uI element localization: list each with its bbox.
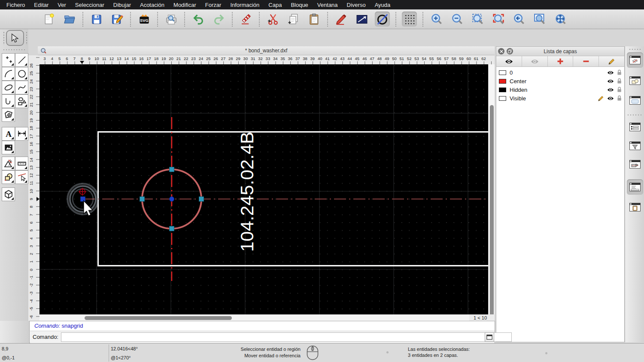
- menu-item-7[interactable]: Forzar: [205, 2, 222, 8]
- menu-item-8[interactable]: Información: [230, 2, 259, 8]
- close-panel-button[interactable]: [498, 48, 504, 54]
- vertical-scrollbar[interactable]: [488, 64, 495, 314]
- layer-visibility-toggle[interactable]: [607, 96, 614, 101]
- toggle-construction-button[interactable]: [375, 12, 390, 27]
- line-tool-button[interactable]: [15, 53, 28, 67]
- drag-handle[interactable]: [3, 31, 5, 45]
- hatch-tool-button[interactable]: [2, 108, 15, 122]
- menu-item-2[interactable]: Ver: [58, 2, 66, 8]
- zoom-previous-button[interactable]: [511, 12, 526, 27]
- layer-row-hidden[interactable]: Hidden: [496, 85, 624, 94]
- spline-tool-button[interactable]: [15, 81, 28, 94]
- menu-item-10[interactable]: Bloque: [291, 2, 308, 8]
- show-all-layers-button[interactable]: [496, 56, 522, 66]
- select-tool-button[interactable]: [6, 30, 24, 46]
- undo-button[interactable]: [191, 12, 206, 27]
- points-tool-button[interactable]: [2, 53, 15, 67]
- menu-item-3[interactable]: Seleccionar: [75, 2, 104, 8]
- menu-item-6[interactable]: Modificar: [173, 2, 196, 8]
- layer-visibility-toggle[interactable]: [607, 87, 614, 92]
- layer-row-visible[interactable]: Visible: [496, 94, 624, 103]
- menu-item-4[interactable]: Dibujar: [113, 2, 131, 8]
- entity-list-dock-button[interactable]: [627, 119, 643, 135]
- command-input[interactable]: [61, 332, 512, 342]
- hide-all-layers-button[interactable]: [522, 56, 548, 66]
- delete-selected-tool-button[interactable]: [15, 170, 28, 184]
- measurement-dock-button[interactable]: [627, 157, 643, 172]
- library-dock-button[interactable]: [627, 93, 643, 108]
- modify-tool-button[interactable]: [2, 157, 15, 170]
- drag-handle[interactable]: [26, 31, 27, 45]
- layer-row-center[interactable]: Center: [496, 77, 624, 85]
- paste-button[interactable]: [307, 12, 322, 27]
- layer-lock-toggle[interactable]: [617, 95, 622, 101]
- layer-panel-titlebar[interactable]: Lista de capas: [496, 47, 624, 56]
- new-document-button[interactable]: [41, 12, 56, 27]
- clipboard-dock-button[interactable]: [627, 199, 643, 215]
- filter-dock-button[interactable]: [627, 138, 643, 154]
- layer-lock-toggle[interactable]: [617, 69, 622, 75]
- layer-lock-icon[interactable]: [617, 69, 622, 75]
- layer-lock-toggle[interactable]: [617, 78, 622, 84]
- layer-visible-icon[interactable]: [607, 96, 614, 101]
- redo-button[interactable]: [211, 12, 226, 27]
- h-scroll-thumb[interactable]: [85, 316, 232, 320]
- command-options-button[interactable]: [485, 332, 494, 342]
- polygon-tool-button[interactable]: [15, 94, 28, 108]
- layer-visibility-toggle[interactable]: [607, 70, 614, 75]
- text-tool-button[interactable]: A: [2, 127, 15, 141]
- layer-row-0[interactable]: 0: [496, 68, 624, 77]
- drawing-canvas[interactable]: 104.245.02.4B: [39, 64, 488, 314]
- layer-lock-icon[interactable]: [617, 78, 622, 84]
- remove-layer-button[interactable]: [573, 56, 599, 66]
- add-layer-button[interactable]: [548, 56, 574, 66]
- menu-item-12[interactable]: Diverso: [347, 2, 366, 8]
- delete-button[interactable]: [238, 12, 253, 27]
- line-attributes-button[interactable]: [354, 12, 369, 27]
- export-svg-button[interactable]: SVG: [137, 12, 152, 27]
- command-dock-button[interactable]: [627, 179, 643, 195]
- copy-button[interactable]: [286, 12, 301, 27]
- cube-3d-tool-button[interactable]: [2, 187, 15, 201]
- cut-button[interactable]: [265, 12, 280, 27]
- arc-tool-button[interactable]: [2, 67, 15, 81]
- edit-attributes-button[interactable]: [334, 12, 349, 27]
- snap-grid-button[interactable]: [402, 12, 417, 27]
- layer-visible-icon[interactable]: [607, 70, 614, 75]
- layer-visibility-toggle[interactable]: [607, 79, 614, 84]
- menu-item-1[interactable]: Editar: [34, 2, 49, 8]
- print-preview-button[interactable]: [164, 12, 179, 27]
- menu-item-5[interactable]: Acotación: [140, 2, 164, 8]
- open-file-button[interactable]: [62, 12, 77, 27]
- order-tool-button[interactable]: [2, 170, 15, 184]
- polyline-tool-button[interactable]: [2, 94, 15, 108]
- layers-dock-button[interactable]: [627, 52, 643, 68]
- zoom-out-button[interactable]: [450, 12, 465, 27]
- menu-item-9[interactable]: Capa: [268, 2, 282, 8]
- zoom-auto-button[interactable]: [470, 12, 485, 27]
- save-as-button[interactable]: [109, 12, 125, 27]
- dimension-tool-button[interactable]: [15, 127, 28, 141]
- ellipse-tool-button[interactable]: [2, 81, 15, 94]
- float-panel-button[interactable]: [507, 48, 513, 54]
- menu-item-11[interactable]: Ventana: [317, 2, 338, 8]
- layer-lock-toggle[interactable]: [617, 87, 622, 93]
- layer-lock-icon[interactable]: [617, 95, 622, 101]
- blocks-dock-button[interactable]: [627, 73, 643, 88]
- zoom-redraw-button[interactable]: [491, 12, 506, 27]
- drag-handle[interactable]: [629, 48, 641, 50]
- edit-layer-button[interactable]: [599, 56, 624, 66]
- layer-visible-icon[interactable]: [607, 79, 614, 84]
- measure-tool-button[interactable]: [15, 157, 28, 170]
- zoom-pan-button[interactable]: [553, 12, 568, 27]
- horizontal-scrollbar[interactable]: 1 < 10: [39, 314, 488, 321]
- layer-lock-icon[interactable]: [617, 87, 622, 93]
- zoom-window-button[interactable]: [532, 12, 547, 27]
- layer-visible-icon[interactable]: [607, 87, 614, 92]
- save-button[interactable]: [89, 12, 104, 27]
- menu-item-13[interactable]: Ayuda: [375, 2, 391, 8]
- zoom-in-button[interactable]: [429, 12, 444, 27]
- circle-tool-button[interactable]: [15, 67, 28, 81]
- v-scroll-thumb[interactable]: [490, 105, 494, 344]
- menu-item-0[interactable]: Fichero: [6, 2, 25, 8]
